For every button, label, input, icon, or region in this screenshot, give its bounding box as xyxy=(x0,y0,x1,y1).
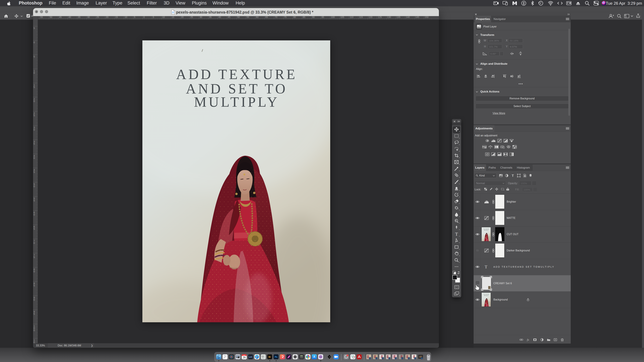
svg-text:Ps: Ps xyxy=(408,358,410,359)
svg-text:AA: AA xyxy=(262,355,264,357)
svg-text:Ps: Ps xyxy=(395,358,396,359)
svg-text:Ps: Ps xyxy=(388,358,390,359)
svg-text:T: T xyxy=(512,174,514,177)
svg-text:fx: fx xyxy=(527,338,529,341)
svg-text:Ps: Ps xyxy=(402,358,403,359)
svg-text:Ps: Ps xyxy=(369,358,371,359)
svg-text:Ps: Ps xyxy=(414,358,416,359)
svg-text:APR: APR xyxy=(243,355,245,356)
svg-text:AG: AG xyxy=(262,357,264,359)
svg-text:LrC: LrC xyxy=(249,356,252,358)
svg-text:Ps: Ps xyxy=(421,358,422,359)
svg-text:T: T xyxy=(455,232,458,236)
svg-text:Ps: Ps xyxy=(376,358,377,359)
svg-text:Br: Br xyxy=(268,356,271,358)
svg-text:26: 26 xyxy=(243,356,246,359)
svg-text:1: 1 xyxy=(347,355,348,356)
svg-text:Ps: Ps xyxy=(275,356,278,358)
svg-text:Ps: Ps xyxy=(382,358,384,359)
